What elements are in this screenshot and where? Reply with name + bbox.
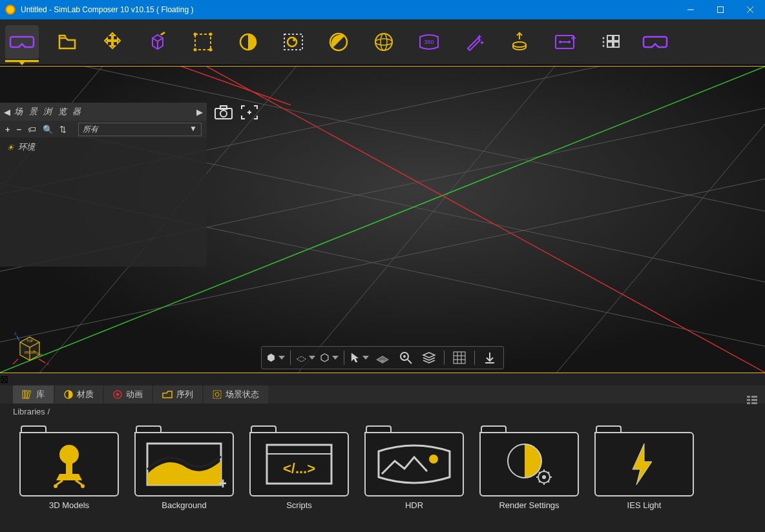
- pointer-tool-button[interactable]: [350, 349, 369, 367]
- svg-text:+: +: [218, 475, 226, 490]
- tab-library[interactable]: 库: [13, 385, 54, 404]
- svg-rect-75: [751, 396, 757, 398]
- tab-label: 场景状态: [225, 389, 259, 400]
- svg-rect-26: [614, 42, 619, 47]
- render-region-button[interactable]: [277, 25, 310, 59]
- remove-node-button[interactable]: −: [17, 125, 22, 134]
- svg-rect-72: [213, 391, 221, 398]
- svg-point-5: [194, 33, 197, 36]
- panel-close-icon[interactable]: ⊠: [0, 374, 8, 385]
- snap-ground-button[interactable]: [480, 349, 499, 367]
- add-node-button[interactable]: +: [5, 125, 10, 134]
- svg-line-100: [539, 472, 540, 473]
- svg-point-18: [513, 42, 526, 47]
- library-breadcrumb[interactable]: Libraries /: [0, 404, 765, 419]
- svg-point-8: [209, 48, 213, 52]
- svg-point-20: [559, 41, 561, 43]
- svg-point-58: [403, 355, 406, 358]
- 360-view-button[interactable]: 360: [412, 25, 446, 59]
- scene-tree[interactable]: ☀ 环境: [0, 138, 207, 267]
- svg-line-41: [207, 66, 765, 373]
- sync-icon[interactable]: ⇅: [59, 125, 67, 134]
- svg-line-103: [539, 481, 540, 482]
- tab-animation[interactable]: 动画: [104, 385, 152, 404]
- tab-label: 材质: [77, 389, 94, 400]
- mesh-select-button[interactable]: [373, 349, 392, 367]
- maximize-button[interactable]: [706, 0, 735, 19]
- library-card-render-settings[interactable]: Render Settings: [478, 425, 580, 518]
- tab-sequence[interactable]: 序列: [153, 385, 202, 404]
- svg-text:360: 360: [424, 39, 434, 45]
- svg-point-85: [81, 484, 85, 488]
- main-toolbar: 360: [0, 19, 765, 66]
- collapse-right-icon[interactable]: ▶: [196, 107, 203, 117]
- edit-cube-button[interactable]: [141, 25, 174, 59]
- card-label: 3D Models: [49, 500, 89, 510]
- svg-rect-44: [220, 106, 227, 109]
- file-open-button[interactable]: [50, 25, 84, 59]
- library-card-scripts[interactable]: </...> Scripts: [248, 425, 350, 518]
- svg-rect-76: [747, 399, 750, 401]
- grid-toggle-button[interactable]: [450, 349, 469, 367]
- svg-rect-25: [607, 42, 613, 47]
- magic-wand-button[interactable]: [457, 25, 491, 59]
- globe-button[interactable]: [367, 25, 401, 59]
- lower-tabs: 库 材质 动画 序列 场景状态: [0, 385, 765, 404]
- svg-point-11: [288, 37, 297, 46]
- svg-line-51: [13, 359, 18, 364]
- isolate-button[interactable]: [319, 349, 339, 367]
- svg-line-39: [517, 66, 765, 373]
- library-card-background[interactable]: + Background: [133, 425, 235, 518]
- tree-item-label: 环境: [18, 141, 35, 153]
- svg-text:TOP: TOP: [26, 339, 34, 343]
- window-titlebar: Untitled - SimLab Composer 10 v10.15 ( F…: [0, 0, 765, 19]
- push-button-button[interactable]: [503, 25, 536, 59]
- grid-settings-button[interactable]: [593, 25, 627, 59]
- filter-dropdown[interactable]: 所有▼: [78, 123, 202, 136]
- frame-target-button[interactable]: [239, 104, 260, 121]
- library-card-3d-models[interactable]: 3D Models: [18, 425, 120, 518]
- minimize-button[interactable]: [676, 0, 706, 19]
- tree-item-environment[interactable]: ☀ 环境: [6, 141, 200, 153]
- close-button[interactable]: [735, 0, 765, 19]
- svg-line-54: [17, 336, 19, 341]
- svg-point-84: [54, 484, 58, 488]
- tab-material[interactable]: 材质: [55, 385, 103, 404]
- selection-tool-button[interactable]: [186, 25, 220, 59]
- svg-point-28: [603, 41, 605, 43]
- card-label: IES Light: [627, 500, 662, 510]
- shading-mode-button[interactable]: [266, 349, 285, 367]
- move-tool-button[interactable]: [96, 25, 129, 59]
- connection-button[interactable]: [548, 25, 582, 59]
- library-card-ies-light[interactable]: IES Light: [593, 425, 695, 518]
- svg-point-71: [116, 393, 120, 396]
- svg-text:X: X: [47, 362, 49, 366]
- svg-point-14: [375, 34, 392, 50]
- svg-rect-77: [751, 399, 757, 401]
- card-label: Render Settings: [499, 500, 559, 510]
- tag-icon[interactable]: 🏷: [28, 125, 36, 134]
- library-card-hdr[interactable]: HDR: [363, 425, 465, 518]
- collapse-left-icon[interactable]: ◀: [4, 107, 10, 117]
- vr-headset-button[interactable]: [638, 25, 672, 59]
- navigation-cube[interactable]: FRONT RIGHT TOP X Z: [10, 329, 49, 368]
- tab-scene-state[interactable]: 场景状态: [204, 385, 268, 404]
- svg-rect-59: [454, 352, 465, 363]
- svg-point-15: [375, 39, 392, 45]
- contrast-button[interactable]: [322, 25, 355, 59]
- svg-rect-24: [614, 36, 619, 41]
- material-sphere-button[interactable]: [231, 25, 265, 59]
- card-label: Scripts: [286, 500, 312, 510]
- library-view-options-icon[interactable]: [747, 395, 757, 407]
- camera-snapshot-button[interactable]: [213, 104, 234, 121]
- ground-plane-button[interactable]: [296, 349, 315, 367]
- zoom-fit-button[interactable]: [396, 349, 415, 367]
- 3d-viewport[interactable]: ◀ 场 景 浏 览 器 ▶ + − 🏷 🔍 ⇅ 所有▼ ☀ 环境: [0, 66, 765, 373]
- app-icon: [5, 5, 16, 15]
- tab-label: 序列: [176, 389, 193, 400]
- layers-button[interactable]: [419, 349, 439, 367]
- search-icon[interactable]: 🔍: [43, 125, 53, 134]
- svg-rect-23: [607, 36, 613, 41]
- vr-mode-button[interactable]: [5, 25, 39, 59]
- svg-point-73: [215, 393, 219, 396]
